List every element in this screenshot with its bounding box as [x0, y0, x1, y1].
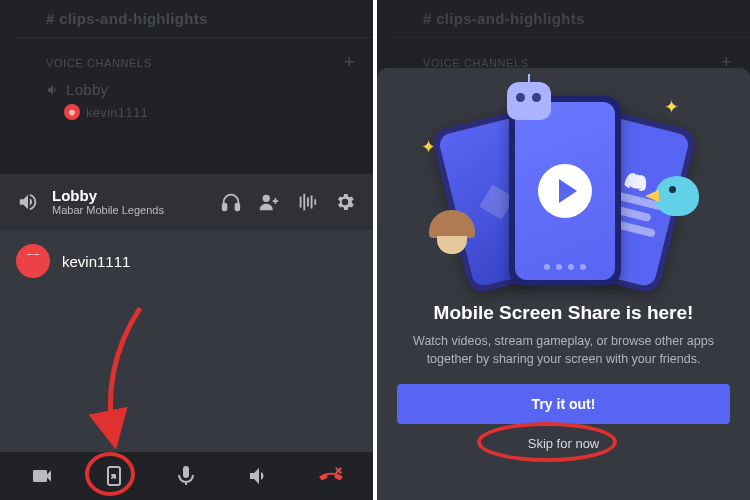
mute-mic-button[interactable] [166, 456, 206, 496]
speaker-icon [46, 83, 60, 97]
bird-character-icon [655, 176, 699, 216]
voice-header: Lobby Mabar Mobile Legends [0, 174, 373, 230]
text-channel-row: # clips-and-highlights [46, 10, 357, 27]
voice-header-titles: Lobby Mabar Mobile Legends [52, 188, 207, 217]
svg-rect-0 [223, 204, 227, 210]
annotation-arrow [70, 300, 170, 460]
add-channel-icon: + [344, 52, 355, 73]
noise-suppression-icon[interactable] [293, 188, 321, 216]
robot-character-icon [507, 82, 551, 120]
svg-rect-1 [236, 204, 240, 210]
voice-server-subtitle: Mabar Mobile Legends [52, 204, 207, 216]
discord-logo-icon [623, 171, 648, 192]
phone-illustration-center [509, 96, 621, 286]
settings-gear-icon[interactable] [331, 188, 359, 216]
member-name-mini: kevin1111 [86, 105, 148, 120]
participant-name: kevin1111 [62, 253, 130, 270]
screen-share-button[interactable] [94, 456, 134, 496]
voice-channel-name: Lobby [66, 81, 108, 98]
member-avatar-mini [64, 104, 80, 120]
voice-channels-section-header: VOICE CHANNELS + [46, 46, 357, 75]
participant-row[interactable]: kevin1111 [0, 230, 373, 292]
sparkle-icon: ✦ [664, 96, 679, 118]
voice-bottom-bar [0, 452, 373, 500]
voice-section-label: VOICE CHANNELS [423, 57, 529, 69]
screenshot-right: # clips-and-highlights VOICE CHANNELS + … [377, 0, 750, 500]
text-channel-name: clips-and-highlights [59, 10, 208, 27]
discord-logo-icon [23, 253, 43, 269]
svg-point-2 [263, 195, 270, 202]
voice-section-label: VOICE CHANNELS [46, 57, 152, 69]
screen-share-promo-sheet: ✦ ✦ ✦ [377, 68, 750, 500]
participants-panel: kevin1111 [0, 230, 373, 452]
participant-avatar [16, 244, 50, 278]
promo-title: Mobile Screen Share is here! [434, 302, 694, 324]
voice-channel-title: Lobby [52, 188, 207, 205]
skip-for-now-button[interactable]: Skip for now [528, 436, 600, 451]
play-icon [538, 164, 592, 218]
invite-user-icon[interactable] [255, 188, 283, 216]
disconnect-button[interactable] [311, 456, 351, 496]
text-channel-row: # clips-and-highlights [423, 10, 734, 27]
background-channel-list: # clips-and-highlights VOICE CHANNELS + [377, 0, 750, 75]
deafen-speaker-button[interactable] [239, 456, 279, 496]
text-channel-name: clips-and-highlights [436, 10, 585, 27]
speaker-output-icon[interactable] [14, 188, 42, 216]
voice-channel-row: Lobby [46, 75, 357, 98]
screenshot-left: # clips-and-highlights VOICE CHANNELS + … [0, 0, 373, 500]
voice-member-row: kevin1111 [46, 98, 357, 124]
try-it-out-button[interactable]: Try it out! [397, 384, 730, 424]
camera-button[interactable] [22, 456, 62, 496]
promo-body: Watch videos, stream gameplay, or browse… [409, 332, 719, 368]
headphones-icon[interactable] [217, 188, 245, 216]
promo-illustration: ✦ ✦ ✦ [409, 90, 719, 290]
background-channel-list: # clips-and-highlights VOICE CHANNELS + … [0, 0, 373, 124]
